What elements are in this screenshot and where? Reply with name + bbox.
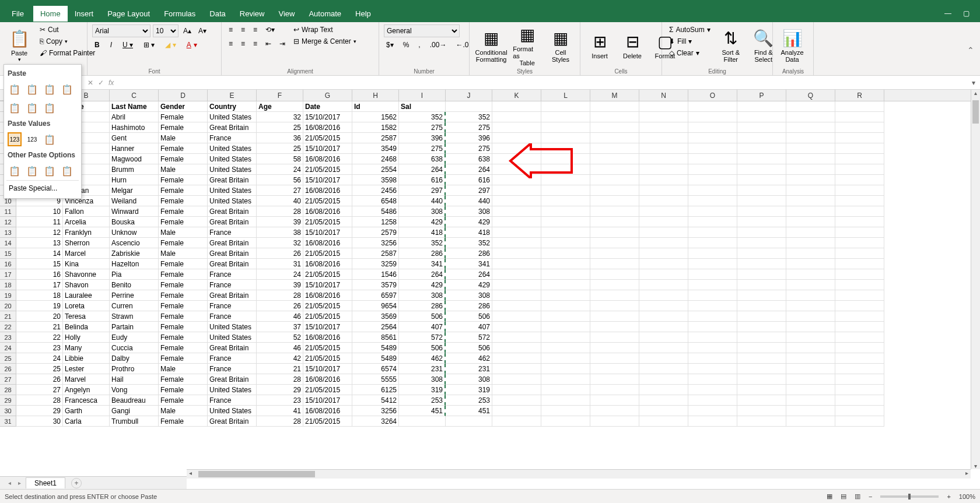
cell[interactable]: Male xyxy=(159,133,208,143)
cell[interactable] xyxy=(688,259,737,269)
cell[interactable]: 6574 xyxy=(352,364,399,374)
cell[interactable] xyxy=(639,185,688,196)
cell[interactable]: 24 xyxy=(16,353,63,364)
cell[interactable]: Great Britain xyxy=(208,206,257,217)
cell[interactable]: France xyxy=(208,353,257,364)
cell[interactable]: 253 xyxy=(446,395,492,406)
cell[interactable]: Garth xyxy=(63,406,110,416)
cell[interactable] xyxy=(492,154,541,164)
cell[interactable]: Female xyxy=(159,353,208,364)
cell[interactable] xyxy=(639,238,688,248)
align-right-button[interactable]: ≡ xyxy=(251,38,260,49)
cell[interactable] xyxy=(541,217,590,227)
cell[interactable]: Shavonne xyxy=(63,269,110,280)
cell[interactable]: Marvel xyxy=(63,374,110,385)
bold-button[interactable]: B xyxy=(92,40,102,50)
increase-decimal-button[interactable]: .00→ xyxy=(428,40,449,50)
row-header[interactable]: 22 xyxy=(0,322,16,332)
cell[interactable]: Brumm xyxy=(110,164,159,175)
cell[interactable]: 308 xyxy=(399,374,446,385)
cell[interactable]: 440 xyxy=(399,196,446,206)
cell[interactable]: 13 xyxy=(16,238,63,248)
cell[interactable]: Female xyxy=(159,175,208,185)
cell[interactable]: Teresa xyxy=(63,311,110,322)
cell[interactable] xyxy=(590,206,639,217)
cell[interactable] xyxy=(492,196,541,206)
col-header-Q[interactable]: Q xyxy=(786,90,835,101)
cell[interactable] xyxy=(786,364,835,374)
row-header[interactable]: 13 xyxy=(0,227,16,238)
cell[interactable] xyxy=(786,196,835,206)
cell[interactable] xyxy=(492,206,541,217)
cell[interactable]: Perrine xyxy=(110,290,159,301)
cell[interactable]: 319 xyxy=(446,385,492,395)
cell[interactable]: 352 xyxy=(399,112,446,122)
cell[interactable] xyxy=(541,280,590,290)
cell[interactable] xyxy=(590,416,639,427)
cell[interactable]: Weiland xyxy=(110,196,159,206)
col-header-P[interactable]: P xyxy=(737,90,786,101)
cell[interactable]: Gent xyxy=(110,133,159,143)
cell[interactable] xyxy=(639,416,688,427)
decrease-font-button[interactable]: A▾ xyxy=(196,26,209,36)
cell[interactable]: 396 xyxy=(399,133,446,143)
add-sheet-button[interactable]: + xyxy=(71,478,82,488)
cell[interactable]: 56 xyxy=(257,175,303,185)
cell[interactable] xyxy=(737,206,786,217)
cell[interactable] xyxy=(639,364,688,374)
cell[interactable]: Id xyxy=(352,101,399,112)
vertical-scrollbar[interactable]: ▴ ▾ xyxy=(971,90,980,469)
cell[interactable]: 418 xyxy=(446,227,492,238)
cell[interactable] xyxy=(492,416,541,427)
increase-font-button[interactable]: A▴ xyxy=(181,26,194,36)
row-header[interactable]: 18 xyxy=(0,280,16,290)
cell[interactable] xyxy=(688,322,737,332)
cell[interactable]: Holly xyxy=(63,332,110,343)
cell[interactable]: 42 xyxy=(257,353,303,364)
cell[interactable]: 297 xyxy=(399,185,446,196)
cell[interactable]: Female xyxy=(159,374,208,385)
cell[interactable] xyxy=(786,353,835,364)
cell[interactable] xyxy=(541,122,590,133)
menu-formulas[interactable]: Formulas xyxy=(157,6,202,22)
cell[interactable]: 21/05/2015 xyxy=(303,133,352,143)
cell[interactable]: Hashimoto xyxy=(110,122,159,133)
cell[interactable]: United States xyxy=(208,143,257,154)
cell[interactable] xyxy=(639,196,688,206)
row-header[interactable]: 11 xyxy=(0,206,16,217)
align-center-button[interactable]: ≡ xyxy=(239,38,247,49)
cell[interactable]: Prothro xyxy=(110,364,159,374)
cell[interactable]: 19 xyxy=(16,301,63,311)
cell[interactable] xyxy=(639,154,688,164)
cell[interactable]: 6548 xyxy=(352,196,399,206)
cell[interactable]: 16 xyxy=(16,269,63,280)
cell[interactable] xyxy=(492,269,541,280)
cell[interactable]: Dalby xyxy=(110,353,159,364)
cell[interactable]: 638 xyxy=(399,154,446,164)
cell[interactable]: Fallon xyxy=(63,206,110,217)
cell[interactable] xyxy=(639,353,688,364)
cell[interactable]: 28 xyxy=(257,416,303,427)
cell[interactable]: 58 xyxy=(257,154,303,164)
cell[interactable]: Kina xyxy=(63,259,110,269)
cell[interactable] xyxy=(590,395,639,406)
cell[interactable] xyxy=(737,185,786,196)
cell[interactable]: 3256 xyxy=(352,238,399,248)
cell[interactable]: 506 xyxy=(399,311,446,322)
cell[interactable]: 429 xyxy=(399,280,446,290)
menu-help[interactable]: Help xyxy=(348,6,378,22)
cell[interactable] xyxy=(492,248,541,259)
cell[interactable]: Great Britain xyxy=(208,238,257,248)
increase-indent-button[interactable]: ⇥ xyxy=(277,38,288,49)
cell[interactable] xyxy=(492,374,541,385)
align-middle-button[interactable]: ≡ xyxy=(239,24,247,35)
font-name-select[interactable]: Arial xyxy=(92,24,150,37)
cell[interactable] xyxy=(541,332,590,343)
cell[interactable]: Francesca xyxy=(63,395,110,406)
cell[interactable]: 28 xyxy=(257,290,303,301)
row-header[interactable]: 14 xyxy=(0,238,16,248)
cell[interactable] xyxy=(492,406,541,416)
cell[interactable]: 26 xyxy=(257,248,303,259)
cell[interactable] xyxy=(492,322,541,332)
paste-values-source-icon[interactable]: 📋 xyxy=(43,132,57,146)
